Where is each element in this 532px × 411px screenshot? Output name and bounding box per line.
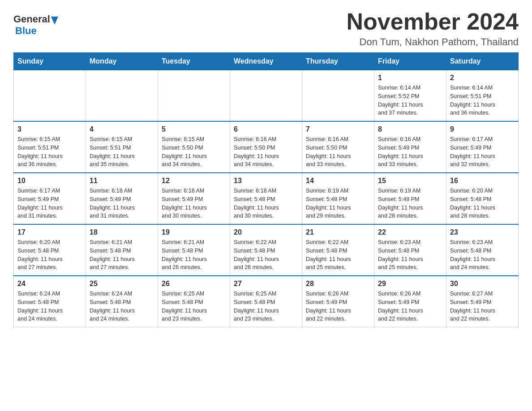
calendar-cell: 9Sunrise: 6:17 AM Sunset: 5:49 PM Daylig… [446, 121, 519, 173]
day-info: Sunrise: 6:16 AM Sunset: 5:50 PM Dayligh… [234, 135, 298, 169]
day-info: Sunrise: 6:18 AM Sunset: 5:49 PM Dayligh… [90, 187, 154, 220]
day-info: Sunrise: 6:18 AM Sunset: 5:48 PM Dayligh… [234, 187, 298, 220]
calendar-header-sunday: Sunday [14, 53, 86, 70]
day-number: 10 [17, 177, 82, 185]
page-subtitle: Don Tum, Nakhon Pathom, Thailand [347, 36, 519, 48]
day-number: 14 [306, 177, 370, 185]
calendar-cell: 1Sunrise: 6:14 AM Sunset: 5:52 PM Daylig… [374, 70, 446, 122]
calendar-cell: 26Sunrise: 6:25 AM Sunset: 5:48 PM Dayli… [158, 276, 230, 327]
day-number: 17 [17, 228, 82, 236]
calendar-cell: 29Sunrise: 6:26 AM Sunset: 5:49 PM Dayli… [374, 276, 446, 327]
day-number: 1 [378, 74, 442, 82]
day-number: 8 [378, 125, 442, 133]
day-info: Sunrise: 6:25 AM Sunset: 5:48 PM Dayligh… [234, 290, 298, 323]
calendar-cell: 15Sunrise: 6:19 AM Sunset: 5:48 PM Dayli… [374, 173, 446, 224]
calendar-cell: 11Sunrise: 6:18 AM Sunset: 5:49 PM Dayli… [86, 173, 158, 224]
calendar-header-row: SundayMondayTuesdayWednesdayThursdayFrid… [14, 53, 519, 70]
calendar-week-row: 1Sunrise: 6:14 AM Sunset: 5:52 PM Daylig… [14, 70, 519, 122]
calendar-cell: 18Sunrise: 6:21 AM Sunset: 5:48 PM Dayli… [86, 224, 158, 276]
day-number: 25 [90, 280, 154, 288]
day-info: Sunrise: 6:15 AM Sunset: 5:51 PM Dayligh… [90, 135, 154, 169]
page-header: General Blue November 2024 Don Tum, Nakh… [13, 9, 519, 48]
day-number: 29 [378, 280, 442, 288]
day-number: 12 [162, 177, 226, 185]
day-info: Sunrise: 6:17 AM Sunset: 5:49 PM Dayligh… [450, 135, 515, 169]
calendar-cell [230, 70, 302, 122]
day-info: Sunrise: 6:14 AM Sunset: 5:52 PM Dayligh… [378, 84, 442, 117]
day-info: Sunrise: 6:27 AM Sunset: 5:49 PM Dayligh… [450, 290, 515, 323]
calendar-header-tuesday: Tuesday [158, 53, 230, 70]
calendar-cell: 27Sunrise: 6:25 AM Sunset: 5:48 PM Dayli… [230, 276, 302, 327]
day-number: 21 [306, 228, 370, 236]
calendar-header-friday: Friday [374, 53, 446, 70]
calendar-header-wednesday: Wednesday [230, 53, 302, 70]
calendar-cell: 12Sunrise: 6:18 AM Sunset: 5:49 PM Dayli… [158, 173, 230, 224]
calendar-cell: 30Sunrise: 6:27 AM Sunset: 5:49 PM Dayli… [446, 276, 519, 327]
day-info: Sunrise: 6:20 AM Sunset: 5:48 PM Dayligh… [450, 187, 515, 220]
day-number: 4 [90, 125, 154, 133]
day-number: 18 [90, 228, 154, 236]
calendar-cell: 20Sunrise: 6:22 AM Sunset: 5:48 PM Dayli… [230, 224, 302, 276]
day-number: 27 [234, 280, 298, 288]
day-number: 23 [450, 228, 515, 236]
calendar-cell [158, 70, 230, 122]
day-info: Sunrise: 6:16 AM Sunset: 5:50 PM Dayligh… [306, 135, 370, 169]
calendar-cell [302, 70, 374, 122]
calendar-cell: 17Sunrise: 6:20 AM Sunset: 5:48 PM Dayli… [14, 224, 86, 276]
day-info: Sunrise: 6:21 AM Sunset: 5:48 PM Dayligh… [162, 238, 226, 272]
day-info: Sunrise: 6:14 AM Sunset: 5:51 PM Dayligh… [450, 84, 515, 117]
day-number: 6 [234, 125, 298, 133]
page-title: November 2024 [347, 9, 519, 34]
calendar-cell: 6Sunrise: 6:16 AM Sunset: 5:50 PM Daylig… [230, 121, 302, 173]
day-number: 19 [162, 228, 226, 236]
logo-triangle-icon [51, 15, 60, 25]
calendar-header-thursday: Thursday [302, 53, 374, 70]
calendar-cell: 25Sunrise: 6:24 AM Sunset: 5:48 PM Dayli… [86, 276, 158, 327]
logo-blue-text: Blue [15, 25, 60, 37]
calendar-cell: 13Sunrise: 6:18 AM Sunset: 5:48 PM Dayli… [230, 173, 302, 224]
day-info: Sunrise: 6:18 AM Sunset: 5:49 PM Dayligh… [162, 187, 226, 220]
day-number: 20 [234, 228, 298, 236]
calendar-cell: 28Sunrise: 6:26 AM Sunset: 5:49 PM Dayli… [302, 276, 374, 327]
day-info: Sunrise: 6:24 AM Sunset: 5:48 PM Dayligh… [17, 290, 82, 323]
day-info: Sunrise: 6:26 AM Sunset: 5:49 PM Dayligh… [306, 290, 370, 323]
day-info: Sunrise: 6:23 AM Sunset: 5:48 PM Dayligh… [450, 238, 515, 272]
logo: General Blue [13, 13, 60, 37]
day-number: 9 [450, 125, 515, 133]
day-info: Sunrise: 6:22 AM Sunset: 5:48 PM Dayligh… [234, 238, 298, 272]
calendar-cell: 22Sunrise: 6:23 AM Sunset: 5:48 PM Dayli… [374, 224, 446, 276]
day-number: 5 [162, 125, 226, 133]
calendar-header-monday: Monday [86, 53, 158, 70]
day-number: 22 [378, 228, 442, 236]
calendar-cell: 19Sunrise: 6:21 AM Sunset: 5:48 PM Dayli… [158, 224, 230, 276]
calendar-cell: 14Sunrise: 6:19 AM Sunset: 5:48 PM Dayli… [302, 173, 374, 224]
day-info: Sunrise: 6:23 AM Sunset: 5:48 PM Dayligh… [378, 238, 442, 272]
day-info: Sunrise: 6:19 AM Sunset: 5:48 PM Dayligh… [378, 187, 442, 220]
day-info: Sunrise: 6:17 AM Sunset: 5:49 PM Dayligh… [17, 187, 82, 220]
svg-marker-0 [51, 17, 58, 25]
day-number: 11 [90, 177, 154, 185]
title-area: November 2024 Don Tum, Nakhon Pathom, Th… [347, 9, 519, 48]
calendar-cell: 3Sunrise: 6:15 AM Sunset: 5:51 PM Daylig… [14, 121, 86, 173]
calendar-table: SundayMondayTuesdayWednesdayThursdayFrid… [13, 52, 519, 327]
day-number: 24 [17, 280, 82, 288]
day-number: 15 [378, 177, 442, 185]
calendar-cell [14, 70, 86, 122]
day-info: Sunrise: 6:22 AM Sunset: 5:48 PM Dayligh… [306, 238, 370, 272]
calendar-cell: 21Sunrise: 6:22 AM Sunset: 5:48 PM Dayli… [302, 224, 374, 276]
day-number: 16 [450, 177, 515, 185]
calendar-cell: 7Sunrise: 6:16 AM Sunset: 5:50 PM Daylig… [302, 121, 374, 173]
calendar-cell: 10Sunrise: 6:17 AM Sunset: 5:49 PM Dayli… [14, 173, 86, 224]
calendar-cell: 5Sunrise: 6:15 AM Sunset: 5:50 PM Daylig… [158, 121, 230, 173]
calendar-cell: 23Sunrise: 6:23 AM Sunset: 5:48 PM Dayli… [446, 224, 519, 276]
day-number: 3 [17, 125, 82, 133]
day-info: Sunrise: 6:20 AM Sunset: 5:48 PM Dayligh… [17, 238, 82, 272]
day-number: 30 [450, 280, 515, 288]
day-number: 26 [162, 280, 226, 288]
day-info: Sunrise: 6:15 AM Sunset: 5:51 PM Dayligh… [17, 135, 82, 169]
day-info: Sunrise: 6:19 AM Sunset: 5:48 PM Dayligh… [306, 187, 370, 220]
day-info: Sunrise: 6:26 AM Sunset: 5:49 PM Dayligh… [378, 290, 442, 323]
day-info: Sunrise: 6:15 AM Sunset: 5:50 PM Dayligh… [162, 135, 226, 169]
day-number: 7 [306, 125, 370, 133]
day-number: 13 [234, 177, 298, 185]
